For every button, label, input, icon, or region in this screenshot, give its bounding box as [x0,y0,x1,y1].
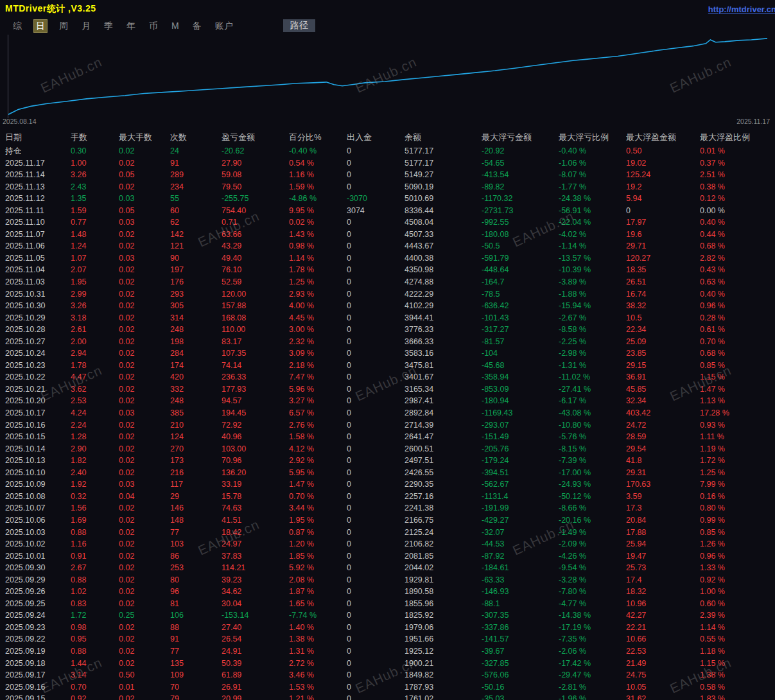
table-row[interactable]: 2025.10.272.000.0219883.172.32 %03666.33… [0,336,775,348]
value-cell: 754.40 [222,205,289,217]
value-cell: -29.47 % [559,669,626,681]
value-cell: -394.51 [482,467,559,479]
value-cell: 2892.84 [405,407,482,419]
table-row[interactable]: 2025.09.160.700.017026.911.53 %01787.93-… [0,681,775,694]
value-cell: 24 [170,145,222,157]
value-cell: 136.20 [222,467,289,479]
table-row[interactable]: 2025.11.111.590.0560754.409.95 %30748336… [0,205,775,217]
value-cell: 1.11 % [700,431,775,443]
value-cell: -4.77 % [559,598,626,610]
value-cell: 0.03 [119,478,170,491]
table-row[interactable]: 2025.09.190.880.027724.911.31 %01925.12-… [0,645,775,658]
value-cell: 81 [170,598,222,610]
value-cell: 0.70 % [700,336,775,348]
value-cell: 4.00 % [289,300,347,312]
table-row[interactable]: 持仓0.300.0224-20.62-0.40 %05177.17-20.92-… [0,145,775,157]
tab-币[interactable]: 币 [147,20,160,32]
table-row[interactable]: 2025.09.261.020.029634.621.87 %01890.58-… [0,586,775,598]
date-cell: 2025.11.03 [5,276,71,288]
value-cell: -35.03 [482,693,559,700]
table-row[interactable]: 2025.10.303.260.02305157.884.00 %04102.2… [0,300,775,312]
table-row[interactable]: 2025.09.173.140.5010961.893.46 %01849.82… [0,669,775,681]
table-row[interactable]: 2025.11.061.240.0212143.290.98 %04443.67… [0,240,775,252]
value-cell: -44.53 [482,538,559,550]
table-row[interactable]: 2025.10.131.820.0217370.962.92 %02497.51… [0,455,775,467]
table-row[interactable]: 2025.10.142.900.02270103.004.12 %02600.5… [0,443,775,455]
table-row[interactable]: 2025.11.042.070.0219776.101.78 %04350.98… [0,264,775,276]
table-row[interactable]: 2025.10.091.920.0311733.191.47 %02290.35… [0,478,775,491]
table-row[interactable]: 2025.09.302.670.02253114.215.92 %02044.0… [0,562,775,574]
value-cell: 0.38 % [700,181,775,193]
value-cell: 1.95 % [289,514,347,527]
table-row[interactable]: 2025.10.282.610.02248110.003.00 %03776.3… [0,324,775,336]
table-row[interactable]: 2025.11.051.070.039049.401.14 %04400.38-… [0,252,775,265]
table-row[interactable]: 2025.09.220.950.029126.541.38 %01951.66-… [0,633,775,645]
value-cell: 2.43 [71,181,119,193]
tab-M[interactable]: M [170,20,181,32]
value-cell: 4.12 % [289,443,347,455]
value-cell: 1761.02 [405,693,482,700]
table-row[interactable]: 2025.10.224.470.02420236.337.47 %03401.6… [0,371,775,383]
value-cell: -1.88 % [559,288,626,301]
tab-bar: 综日周月季年币M备账户路径 [0,18,775,33]
value-cell: 0 [347,658,405,670]
value-cell: 1951.66 [405,633,482,645]
table-row[interactable]: 2025.10.293.180.02314168.084.45 %03944.4… [0,312,775,324]
table-row[interactable]: 2025.10.030.880.027718.420.87 %02125.24-… [0,527,775,539]
tab-日[interactable]: 日 [33,19,48,33]
value-cell: 8336.44 [405,205,482,217]
table-row[interactable]: 2025.10.213.620.02332177.935.96 %03165.3… [0,383,775,396]
homepage-link[interactable]: http://mtdriver.cn [708,4,775,14]
value-cell: 0.50 [626,145,700,157]
table-row[interactable]: 2025.10.021.160.0210324.971.20 %02106.82… [0,538,775,550]
tab-备[interactable]: 备 [191,20,204,32]
tab-周[interactable]: 周 [57,20,70,32]
table-row[interactable]: 2025.10.061.690.0214841.511.95 %02166.75… [0,514,775,527]
value-cell: 3.62 [71,383,119,396]
value-cell: 1.15 % [700,658,775,670]
tab-季[interactable]: 季 [102,20,115,32]
table-row[interactable]: 2025.10.080.320.042915.780.70 %02257.16-… [0,491,775,503]
tab-账户[interactable]: 账户 [213,20,235,32]
path-button[interactable]: 路径 [283,19,315,32]
value-cell: 18.35 [626,264,700,276]
value-cell: -153.14 [222,609,289,622]
value-cell: 0.71 [222,216,289,229]
tab-年[interactable]: 年 [125,20,137,32]
table-row[interactable]: 2025.11.143.260.0528959.081.16 %05149.27… [0,169,775,181]
table-row[interactable]: 2025.11.071.480.0214263.661.43 %04507.33… [0,229,775,241]
table-row[interactable]: 2025.09.181.440.0213550.392.72 %01900.21… [0,658,775,670]
value-cell: -10.80 % [559,419,626,432]
tab-综[interactable]: 综 [11,20,24,32]
table-row[interactable]: 2025.10.102.400.02216136.205.95 %02426.5… [0,467,775,479]
value-cell: 50.39 [222,658,289,670]
table-row[interactable]: 2025.10.151.280.0212440.961.58 %02641.47… [0,431,775,443]
table-row[interactable]: 2025.09.150.920.027920.991.21 %01761.02-… [0,693,775,700]
value-cell: 1.00 [71,157,119,170]
value-cell: -255.75 [222,193,289,205]
tab-月[interactable]: 月 [80,20,92,32]
value-cell: 0 [347,324,405,336]
table-row[interactable]: 2025.10.231.780.0217474.142.18 %03475.81… [0,360,775,372]
table-row[interactable]: 2025.10.010.910.028637.831.85 %02081.85-… [0,550,775,563]
value-cell: -1131.4 [482,491,559,503]
table-row[interactable]: 2025.10.071.560.0214674.633.44 %02241.38… [0,502,775,514]
value-cell: -88.1 [482,598,559,610]
value-cell: -101.43 [482,312,559,324]
table-row[interactable]: 2025.11.132.430.0223479.501.59 %05090.19… [0,181,775,193]
value-cell: 1849.82 [405,669,482,681]
table-row[interactable]: 2025.11.031.950.0217652.591.25 %04274.88… [0,276,775,288]
table-row[interactable]: 2025.10.162.240.0221072.922.76 %02714.39… [0,419,775,432]
table-row[interactable]: 2025.09.290.880.028039.232.08 %01929.81-… [0,574,775,586]
table-row[interactable]: 2025.11.171.000.029127.900.54 %05177.17-… [0,157,775,170]
table-row[interactable]: 2025.10.174.240.03385194.456.57 %02892.8… [0,407,775,419]
table-row[interactable]: 2025.09.230.980.028827.401.40 %01979.06-… [0,622,775,634]
date-cell: 2025.10.31 [5,288,71,301]
table-row[interactable]: 2025.11.121.350.0355-255.75-4.86 %-30705… [0,193,775,205]
table-row[interactable]: 2025.10.202.530.0224894.573.27 %02987.41… [0,395,775,407]
table-row[interactable]: 2025.11.100.770.03620.710.02 %04508.04-9… [0,216,775,229]
table-row[interactable]: 2025.09.241.720.25106-153.14-7.74 %01825… [0,609,775,622]
table-row[interactable]: 2025.09.250.830.028130.041.65 %01855.96-… [0,598,775,610]
table-row[interactable]: 2025.10.242.940.02284107.353.09 %03583.1… [0,347,775,360]
table-row[interactable]: 2025.10.312.990.02293120.002.93 %04222.2… [0,288,775,301]
